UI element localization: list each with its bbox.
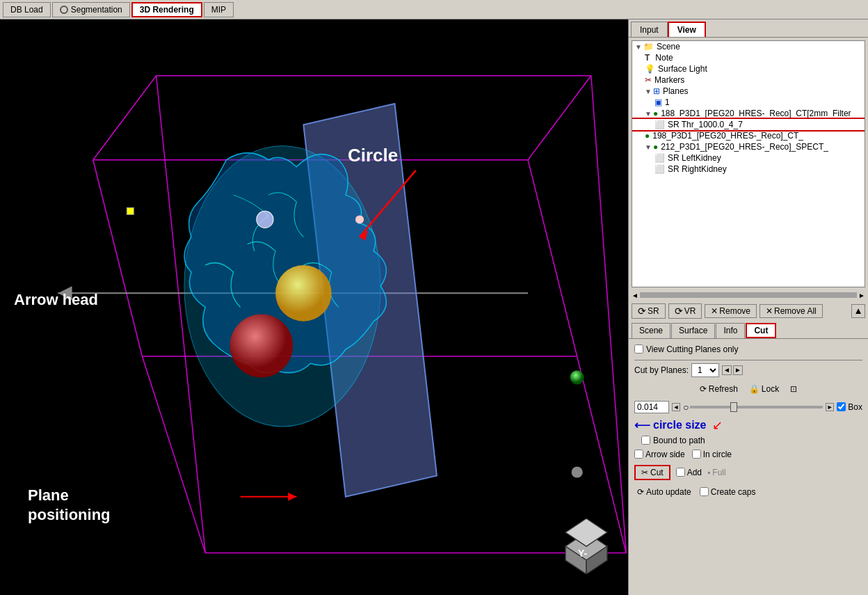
lock-button[interactable]: 🔒 Lock xyxy=(746,383,782,395)
svg-line-5 xyxy=(528,76,591,160)
tab-input[interactable]: Input xyxy=(631,22,668,37)
sr-button[interactable]: ⟳ SR xyxy=(632,303,666,319)
slider-thumb[interactable] xyxy=(730,402,737,412)
tab-segmentation[interactable]: Segmentation xyxy=(52,2,130,17)
tree-label: Scene xyxy=(657,42,680,51)
tree-arrow: ▼ xyxy=(645,110,652,118)
vr-icon: ⟳ xyxy=(675,306,683,317)
subtab-scene[interactable]: Scene xyxy=(632,323,670,338)
svg-point-19 xyxy=(257,211,273,228)
tree-label: SR LeftKidney xyxy=(668,153,721,163)
full-label: Full xyxy=(712,468,725,477)
tree-item-plane-1[interactable]: ▣ 1 xyxy=(632,97,865,108)
arrow-head-label: Arrow head xyxy=(14,291,98,309)
planes-icon: ⊞ xyxy=(653,86,660,96)
tree-label: 198_P3D1_[PEG20_HRES-_Reco]_CT_ xyxy=(652,131,803,141)
box-checkbox[interactable] xyxy=(837,402,846,411)
view-cutting-planes-checkbox[interactable] xyxy=(634,344,643,354)
vr-button[interactable]: ⟳ VR xyxy=(668,303,702,319)
auto-update-container: ⟳ Auto update xyxy=(634,486,694,498)
tab-3d-rendering[interactable]: 3D Rendering xyxy=(131,2,202,17)
tree-item-planes[interactable]: ▼ ⊞ Planes xyxy=(632,86,865,97)
remove-icon: ✕ xyxy=(711,306,718,316)
bound-to-path-row: Bound to path xyxy=(634,436,862,445)
cut-button[interactable]: ✂ Cut xyxy=(634,465,670,480)
tree-item-note[interactable]: T Note xyxy=(632,52,865,63)
3d-viewport[interactable]: Circle Arrow head Planepositioning Y- xyxy=(0,19,628,595)
box-label: Box xyxy=(848,402,862,412)
svg-point-25 xyxy=(572,466,583,477)
scroll-right-arrow[interactable]: ► xyxy=(858,292,865,299)
in-circle-checkbox[interactable] xyxy=(692,450,701,459)
expand-button[interactable]: ▲ xyxy=(851,304,865,318)
plane-positioning-label: Planepositioning xyxy=(28,486,111,525)
tree-label: SR RightKidney xyxy=(668,164,727,174)
scene-tree[interactable]: ▼ 📁 Scene T Note 💡 Surface Light ✂ Marke… xyxy=(632,40,865,287)
segmentation-icon xyxy=(60,6,68,14)
full-radio-indicator: ▪ xyxy=(707,468,710,477)
add-label: Add xyxy=(687,468,702,477)
remove-all-button[interactable]: ✕ Remove All xyxy=(760,304,823,318)
tab-view[interactable]: View xyxy=(668,22,706,37)
nav-next[interactable]: ► xyxy=(733,365,743,375)
tree-item-scene[interactable]: ▼ 📁 Scene xyxy=(632,41,865,52)
tree-item-212[interactable]: ▼ ● 212_P3D1_[PEG20_HRES-_Reco]_SPECT_ xyxy=(632,141,865,152)
remove-button[interactable]: ✕ Remove xyxy=(705,304,757,318)
sr-icon: ⟳ xyxy=(638,306,646,317)
nav-prev[interactable]: ◄ xyxy=(722,365,732,375)
create-caps-label: Create caps xyxy=(711,487,756,497)
view-cutting-planes-row: View Cutting Planes only xyxy=(634,344,862,354)
bound-to-path-checkbox[interactable] xyxy=(641,436,650,445)
sphere-icon: ⬜ xyxy=(654,164,665,174)
circle-slider-icon: ○ xyxy=(683,402,689,413)
tab-mip[interactable]: MIP xyxy=(204,2,234,17)
scroll-left-arrow[interactable]: ◄ xyxy=(632,292,638,299)
subtab-surface[interactable]: Surface xyxy=(671,323,715,338)
subtab-info[interactable]: Info xyxy=(716,323,745,338)
svg-point-17 xyxy=(230,315,293,378)
cut-by-planes-select[interactable]: 1 2 3 xyxy=(691,363,719,377)
tree-label: Surface Light xyxy=(658,64,707,74)
view-cutting-planes-label: View Cutting Planes only xyxy=(646,344,739,354)
tree-item-right-kidney[interactable]: ⬜ SR RightKidney xyxy=(632,164,865,175)
horizontal-scrollbar-thumb[interactable] xyxy=(640,292,857,298)
tree-item-198[interactable]: ● 198_P3D1_[PEG20_HRES-_Reco]_CT_ xyxy=(632,130,865,141)
plane-positioning-text: Planepositioning xyxy=(28,486,111,524)
in-circle-label: In circle xyxy=(703,450,732,459)
cut-by-planes-label: Cut by Planes: xyxy=(634,365,689,375)
text-icon: T xyxy=(645,53,650,63)
slider-right-arrow[interactable]: ► xyxy=(826,403,834,411)
slider-left-arrow[interactable]: ◄ xyxy=(672,403,680,411)
tab-db-load[interactable]: DB Load xyxy=(3,2,51,17)
auto-update-icon: ⟳ xyxy=(637,487,644,497)
tree-item-left-kidney[interactable]: ⬜ SR LeftKidney xyxy=(632,152,865,164)
tree-label: 1 xyxy=(665,97,670,107)
create-caps-checkbox[interactable] xyxy=(700,487,709,496)
tree-item-sr-thr[interactable]: ⬜ SR Thr_1000.0_4_7 xyxy=(632,119,865,130)
nav-arrows: ◄ ► xyxy=(722,365,743,375)
circle-size-left-arrow: ⟵ xyxy=(634,418,650,431)
refresh-button[interactable]: ⟳ Refresh xyxy=(697,383,741,395)
circle-size-label: circle size xyxy=(653,419,707,431)
arrow-side-label: Arrow side xyxy=(645,450,685,459)
svg-marker-24 xyxy=(288,493,296,501)
arrow-side-checkbox[interactable] xyxy=(634,450,643,459)
slider-track[interactable] xyxy=(690,406,823,408)
sub-tabs-bar: Scene Surface Info Cut xyxy=(629,322,868,339)
subtab-cut[interactable]: Cut xyxy=(746,323,776,338)
tree-item-188[interactable]: ▼ ● 188_P3D1_[PEG20_HRES-_Reco]_CT[2mm_F… xyxy=(632,108,865,119)
plane-icon: ▣ xyxy=(654,97,662,107)
fit-icon: ⊡ xyxy=(790,384,797,394)
add-checkbox[interactable] xyxy=(676,468,685,477)
sphere-icon: ⬜ xyxy=(654,120,665,129)
svg-line-4 xyxy=(93,76,156,160)
value-input[interactable] xyxy=(634,401,669,413)
fit-button[interactable]: ⊡ xyxy=(787,383,800,395)
dataset-icon: ● xyxy=(645,131,650,141)
tree-item-markers[interactable]: ✂ Markers xyxy=(632,74,865,86)
tree-arrow: ▼ xyxy=(645,143,652,151)
create-caps-container: Create caps xyxy=(700,487,756,497)
tree-arrow: ▼ xyxy=(635,43,642,51)
tree-item-surface-light[interactable]: 💡 Surface Light xyxy=(632,63,865,74)
auto-update-row: ⟳ Auto update Create caps xyxy=(634,486,862,498)
